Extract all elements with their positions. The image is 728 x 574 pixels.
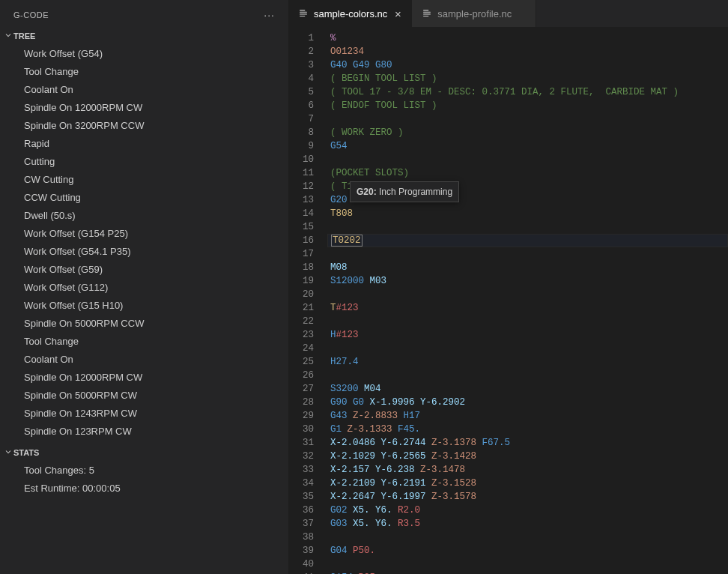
- code-line[interactable]: S12000 M03: [327, 274, 728, 288]
- code-line[interactable]: T0202: [327, 234, 728, 247]
- sidebar: G-CODE ··· TREE Work Offset (G54)Tool Ch…: [0, 0, 288, 574]
- tree-item[interactable]: Spindle On 3200RPM CCW: [0, 117, 288, 135]
- tree-item[interactable]: Coolant On: [0, 81, 288, 99]
- hover-tooltip: G20: Inch Programming: [350, 181, 459, 202]
- tree-item[interactable]: Spindle On 12000RPM CW: [0, 369, 288, 387]
- tree-item[interactable]: Work Offset (G59): [0, 261, 288, 279]
- code-line[interactable]: H#123: [327, 328, 728, 342]
- code-line[interactable]: G02 X5. Y6. R2.0: [327, 504, 728, 517]
- code-line[interactable]: G04 P50.: [327, 544, 728, 558]
- code-line[interactable]: [327, 342, 728, 355]
- code-line[interactable]: [327, 531, 728, 544]
- tab[interactable]: sample-colors.nc×: [288, 0, 412, 27]
- tree-item[interactable]: Dwell (50.s): [0, 207, 288, 225]
- tree-item[interactable]: Tool Change: [0, 333, 288, 351]
- tree-item[interactable]: Spindle On 12000RPM CW: [0, 99, 288, 117]
- code-line[interactable]: G40 G49 G80: [327, 58, 728, 72]
- tree-item[interactable]: Coolant On: [0, 351, 288, 369]
- code-line[interactable]: [327, 288, 728, 301]
- tab[interactable]: sample-profile.nc: [412, 0, 536, 27]
- code-line[interactable]: %: [327, 31, 728, 45]
- tree-section-label: TREE: [13, 31, 35, 40]
- stats-item: Tool Changes: 5: [0, 462, 288, 480]
- line-number: 5: [288, 85, 314, 99]
- tree-item[interactable]: Work Offset (G154 P25): [0, 225, 288, 243]
- code-line[interactable]: H27.4: [327, 355, 728, 369]
- code-area[interactable]: 1234567891011121314151617181920212223242…: [288, 27, 728, 574]
- line-number: 13: [288, 193, 314, 207]
- tree-item[interactable]: CW Cutting: [0, 171, 288, 189]
- line-number: 7: [288, 112, 314, 126]
- tree-item[interactable]: Spindle On 5000RPM CCW: [0, 315, 288, 333]
- code-line[interactable]: S3200 M04: [327, 382, 728, 396]
- chevron-down-icon: [3, 31, 13, 41]
- stats-section-header[interactable]: STATS: [0, 445, 288, 460]
- code-line[interactable]: [327, 153, 728, 166]
- code-line[interactable]: [327, 369, 728, 382]
- more-icon[interactable]: ···: [259, 7, 279, 22]
- code-line[interactable]: X-2.0486 Y-6.2744 Z-3.1378 F67.5: [327, 436, 728, 450]
- code-line[interactable]: T808: [327, 207, 728, 220]
- code-line[interactable]: G54: [327, 139, 728, 153]
- tree-item[interactable]: Work Offset (G112): [0, 279, 288, 297]
- line-number: 4: [288, 72, 314, 85]
- line-number: 34: [288, 477, 314, 490]
- code-line[interactable]: [327, 247, 728, 261]
- code-line[interactable]: ( BEGIN TOOL LIST ): [327, 72, 728, 85]
- code-line[interactable]: (POCKET SLOTS): [327, 166, 728, 180]
- code-line[interactable]: X-2.2109 Y-6.2191 Z-3.1528: [327, 477, 728, 490]
- tab-label: sample-colors.nc: [314, 8, 387, 19]
- line-number: 26: [288, 369, 314, 382]
- code-content[interactable]: %O01234G40 G49 G80( BEGIN TOOL LIST )( T…: [327, 31, 728, 574]
- code-line[interactable]: [327, 558, 728, 571]
- tree-item[interactable]: Cutting: [0, 153, 288, 171]
- line-number: 12: [288, 180, 314, 193]
- close-icon[interactable]: ×: [392, 7, 404, 19]
- code-line[interactable]: T#123: [327, 301, 728, 315]
- code-line[interactable]: O01234: [327, 45, 728, 58]
- line-number: 17: [288, 247, 314, 261]
- tree-section-header[interactable]: TREE: [0, 28, 288, 43]
- tree-item[interactable]: CCW Cutting: [0, 189, 288, 207]
- tree-item[interactable]: Spindle On 1243RPM CW: [0, 405, 288, 423]
- tree-item[interactable]: Work Offset (G15 H10): [0, 297, 288, 315]
- code-line[interactable]: G1 Z-3.1333 F45.: [327, 423, 728, 436]
- code-line[interactable]: ( ENDOF TOOL LIST ): [327, 99, 728, 112]
- line-number: 21: [288, 301, 314, 315]
- code-line[interactable]: X-2.2647 Y-6.1997 Z-3.1578: [327, 490, 728, 504]
- line-number: 1: [288, 31, 314, 45]
- code-line[interactable]: G03 X5. Y6. R3.5: [327, 517, 728, 531]
- tree-item[interactable]: Rapid: [0, 135, 288, 153]
- tree-item[interactable]: Spindle On 123RPM CW: [0, 423, 288, 441]
- code-line[interactable]: [327, 315, 728, 328]
- tab-label: sample-profile.nc: [437, 8, 512, 19]
- tree-item[interactable]: Work Offset (G54.1 P35): [0, 243, 288, 261]
- code-line[interactable]: [327, 112, 728, 126]
- line-number: 9: [288, 139, 314, 153]
- code-line[interactable]: X-2.1029 Y-6.2565 Z-3.1428: [327, 450, 728, 463]
- line-number: 27: [288, 382, 314, 396]
- code-line[interactable]: M08: [327, 261, 728, 274]
- stats-list: Tool Changes: 5Est Runtime: 00:00:05: [0, 460, 288, 502]
- code-line[interactable]: ( WORK ZERO ): [327, 126, 728, 139]
- tree-item[interactable]: Work Offset (G54): [0, 45, 288, 63]
- line-number: 10: [288, 153, 314, 166]
- editor-area: sample-colors.nc×sample-profile.nc 12345…: [288, 0, 728, 574]
- code-line[interactable]: G43 Z-2.8833 H17: [327, 409, 728, 423]
- line-number: 30: [288, 423, 314, 436]
- line-number-gutter: 1234567891011121314151617181920212223242…: [288, 31, 327, 574]
- tree-item[interactable]: Spindle On 5000RPM CW: [0, 387, 288, 405]
- line-number: 18: [288, 261, 314, 274]
- stats-section-label: STATS: [13, 448, 39, 457]
- code-line[interactable]: [327, 220, 728, 234]
- line-number: 39: [288, 544, 314, 558]
- code-line[interactable]: G90 G0 X-1.9996 Y-6.2902: [327, 396, 728, 409]
- line-number: 2: [288, 45, 314, 58]
- tree-item[interactable]: Tool Change: [0, 63, 288, 81]
- line-number: 3: [288, 58, 314, 72]
- code-line[interactable]: ( TOOL 17 - 3/8 EM - DESC: 0.3771 DIA, 2…: [327, 85, 728, 99]
- line-number: 8: [288, 126, 314, 139]
- code-line[interactable]: X-2.157 Y-6.238 Z-3.1478: [327, 463, 728, 477]
- tooltip-code: G20:: [357, 187, 377, 197]
- code-line[interactable]: G154 P25: [327, 571, 728, 574]
